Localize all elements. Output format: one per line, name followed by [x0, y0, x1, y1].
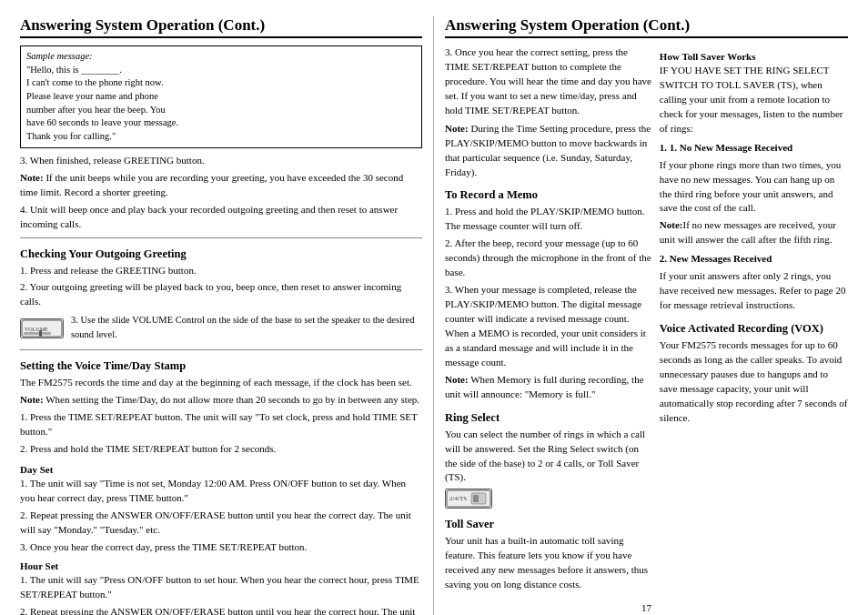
toll-saver-icon: 2/4/TS — [445, 489, 492, 509]
setting-heading: Setting the Voice Time/Day Stamp — [20, 359, 422, 373]
right-page-num: 17 — [445, 602, 848, 613]
svg-rect-2 — [24, 332, 51, 335]
left-page: Answering System Operation (Cont.) Sampl… — [9, 16, 434, 615]
to-record-note: Note: When Memory is full during recordi… — [445, 373, 652, 402]
svg-rect-7 — [473, 495, 479, 502]
day-step1: 1. The unit will say "Time is not set, M… — [20, 477, 422, 506]
sample-text: "Hello, this is ________. I can't come t… — [26, 64, 416, 144]
bottom-two-col: Day Set 1. The unit will say "Time is no… — [20, 459, 422, 615]
setting-step2: 2. Press and hold the TIME SET/REPEAT bu… — [20, 442, 422, 457]
svg-text:2/4/TS: 2/4/TS — [449, 495, 467, 502]
day-step2: 2. Repeat pressing the ANSWER ON/OFF/ERA… — [20, 509, 422, 538]
toll-saver-heading: Toll Saver — [445, 518, 652, 531]
sample-label: Sample message: — [26, 50, 416, 64]
svg-text:VOLUME: VOLUME — [25, 327, 48, 332]
setting-note: Note: When setting the Time/Day, do not … — [20, 393, 422, 408]
section-divider2 — [20, 349, 422, 350]
checking-step2: 2. Your outgoing greeting will be played… — [20, 280, 422, 309]
step4-text: 4. Unit will beep once and play back you… — [20, 203, 422, 232]
svg-rect-3 — [39, 330, 42, 337]
volume-label: 3. Use the slide VOLUME Control on the s… — [71, 313, 422, 340]
new-msg-text: If your unit answers after only 2 rings,… — [660, 269, 848, 313]
day-step3: 3. Once you hear the correct day, press … — [20, 540, 422, 555]
right-page: Answering System Operation (Cont.) 3. On… — [434, 16, 859, 615]
setting-step1: 1. Press the TIME SET/REPEAT button. The… — [20, 410, 422, 439]
new-msg-heading: 2. New Messages Received — [660, 252, 848, 267]
right-page-title: Answering System Operation (Cont.) — [445, 16, 848, 38]
right-left-col: 3. Once you hear the correct setting, pr… — [445, 45, 652, 595]
no-new-note: Note:If no new messages are received, yo… — [660, 218, 848, 247]
no-new-msg: 1. 1. No New Message Received — [660, 141, 848, 156]
vox-heading: Voice Activated Recording (VOX) — [660, 322, 848, 336]
hour-step1: 1. The unit will say "Press ON/OFF butto… — [20, 573, 422, 602]
day-set-heading: Day Set — [20, 464, 422, 475]
setting-intro: The FM2575 records the time and day at t… — [20, 376, 422, 390]
right-right-col: How Toll Saver Works IF YOU HAVE SET THE… — [660, 45, 848, 595]
left-page-title: Answering System Operation (Cont.) — [20, 16, 422, 38]
no-new-text: If your phone rings more than two times,… — [660, 158, 848, 217]
hour-set-heading: Hour Set — [20, 560, 422, 571]
step3-text: 3. When finished, release GREETING butto… — [20, 154, 422, 168]
volume-control-icon: VOLUME — [20, 318, 64, 338]
checking-heading: Checking Your Outgoing Greeting — [20, 247, 422, 261]
vox-text: Your FM2575 records messages for up to 6… — [660, 338, 848, 426]
note1-text: Note: If the unit beeps while you are re… — [20, 171, 422, 200]
toll-saver-text: Your unit has a built-in automatic toll … — [445, 534, 652, 592]
to-record-step3: 3. When your message is completed, relea… — [445, 283, 652, 370]
how-toll-heading: How Toll Saver Works — [660, 51, 848, 62]
checking-step1: 1. Press and release the GREETING button… — [20, 264, 422, 278]
ring-select-text: You can select the number of rings in wh… — [445, 428, 652, 486]
ampm-step3-right: 3. Once you hear the correct setting, pr… — [445, 45, 652, 118]
ring-select-heading: Ring Select — [445, 411, 652, 425]
volume-control-row: VOLUME 3. Use the slide VOLUME Control o… — [20, 313, 422, 343]
section-divider — [20, 237, 422, 238]
to-record-step2: 2. After the beep, record your message (… — [445, 237, 652, 280]
hour-step2: 2. Repeat pressing the ANSWER ON/OFF/ERA… — [20, 605, 422, 615]
to-record-heading: To Record a Memo — [445, 188, 652, 202]
toll-saver-icon-row: 2/4/TS — [445, 489, 652, 509]
to-record-step1: 1. Press and hold the PLAY/SKIP/MEMO but… — [445, 205, 652, 234]
setting-note-bold: Note: — [20, 394, 44, 405]
how-toll-intro: IF YOU HAVE SET THE RING SELECT SWITCH T… — [660, 64, 848, 136]
ampm-note: Note: During the Time Setting procedure,… — [445, 122, 652, 180]
left-bottom-col: Day Set 1. The unit will say "Time is no… — [20, 459, 422, 615]
note1-bold: Note: — [20, 172, 44, 183]
sample-message-box: Sample message: "Hello, this is ________… — [20, 45, 422, 148]
